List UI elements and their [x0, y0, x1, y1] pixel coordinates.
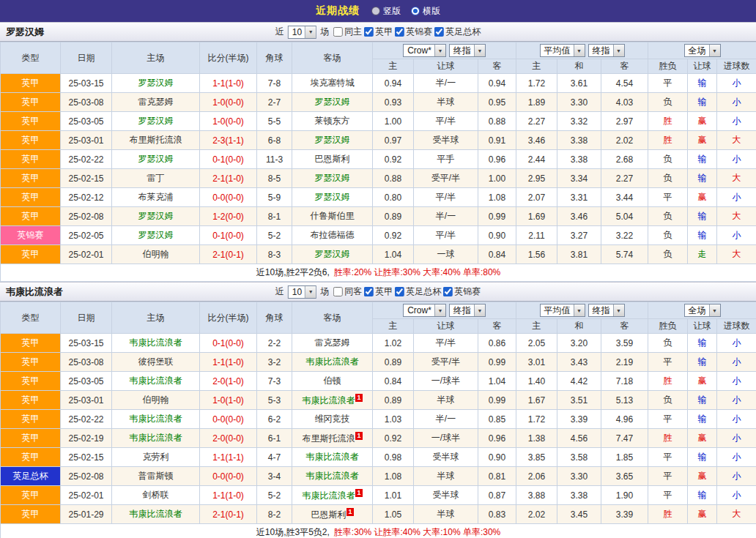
away-team-link[interactable]: 伯顿	[324, 376, 341, 386]
average-odds-select[interactable]: 平均值▼	[540, 44, 585, 57]
radio-label: 竖版	[383, 5, 401, 18]
checkbox-英锦赛[interactable]	[443, 287, 453, 296]
score: 0-1(0-0)	[200, 150, 257, 169]
home-team-link[interactable]: 罗瑟汉姆	[138, 116, 174, 126]
games-count-select[interactable]: 10▼	[288, 26, 316, 39]
radio-label: 横版	[423, 5, 440, 18]
eu-away-odds: 3.59	[601, 334, 648, 353]
home-team-cell: 普雷斯顿	[112, 467, 200, 486]
scope-select[interactable]: 全场▼	[684, 44, 721, 57]
away-team-link[interactable]: 韦康比流浪者	[306, 452, 359, 462]
handicap-result: 赢	[688, 372, 717, 391]
radio-vertical-layout[interactable]: 竖版	[371, 5, 401, 18]
eu-away-odds: 5.04	[601, 207, 648, 226]
home-team-link[interactable]: 韦康比流浪者	[130, 433, 182, 443]
away-team-link[interactable]: 布拉德福德	[311, 230, 355, 240]
radio-icon	[411, 7, 420, 15]
match-date: 25-02-15	[61, 169, 112, 188]
home-team-link[interactable]: 伯明翰	[143, 249, 169, 259]
radio-horizontal-layout[interactable]: 横版	[411, 5, 440, 18]
match-date: 25-03-08	[61, 93, 112, 112]
score: 1-0(0-0)	[200, 112, 257, 131]
goals-over-under: 小	[717, 429, 756, 448]
away-team-link[interactable]: 韦康比流浪者	[302, 395, 355, 406]
home-team-link[interactable]: 罗瑟汉姆	[138, 78, 174, 88]
checkbox-英足总杯[interactable]	[434, 27, 444, 37]
checkbox-英甲[interactable]	[364, 27, 374, 37]
away-team-link[interactable]: 维冈竞技	[315, 414, 350, 424]
away-team-link[interactable]: 巴恩斯利	[315, 154, 350, 164]
ah-odds-header: Crow*▼终指▼	[373, 42, 516, 59]
home-team-cell: 韦康比流浪者	[112, 372, 200, 391]
away-team-link[interactable]: 埃克塞特城	[311, 78, 355, 88]
ah-away-odds: 0.96	[478, 150, 516, 169]
home-team-link[interactable]: 雷克瑟姆	[138, 97, 174, 107]
ah-odds-type-select[interactable]: 终指▼	[449, 44, 486, 57]
league-badge: 英甲	[1, 448, 61, 467]
league-badge: 英甲	[1, 245, 61, 264]
ah-home-odds: 1.04	[373, 245, 414, 264]
home-team-link[interactable]: 布莱克浦	[138, 192, 174, 202]
match-result: 负	[648, 226, 688, 245]
home-team-link[interactable]: 罗瑟汉姆	[138, 154, 174, 164]
score: 2-3(1-1)	[200, 131, 257, 150]
radio-icon	[371, 7, 380, 15]
average-odds-select[interactable]: 平均值▼	[540, 304, 585, 317]
home-team-link[interactable]: 罗瑟汉姆	[138, 211, 174, 221]
home-team-link[interactable]: 罗瑟汉姆	[138, 230, 174, 240]
eu-odds-type-select[interactable]: 终指▼	[588, 304, 625, 317]
away-team-link[interactable]: 布里斯托流浪	[302, 433, 355, 444]
home-team-link[interactable]: 普雷斯顿	[138, 471, 174, 481]
away-team-link[interactable]: 韦康比流浪者	[302, 490, 355, 501]
sub-header: 和	[557, 59, 601, 74]
eu-away-odds: 2.97	[601, 112, 648, 131]
games-count-select[interactable]: 10▼	[288, 285, 316, 299]
checkbox-英足总杯[interactable]	[395, 287, 404, 296]
away-team-link[interactable]: 韦康比流浪者	[306, 471, 359, 481]
home-team-link[interactable]: 克劳利	[143, 452, 169, 462]
away-team-link[interactable]: 罗瑟汉姆	[315, 249, 350, 259]
home-team-link[interactable]: 韦康比流浪者	[130, 414, 182, 424]
eu-odds-type-select[interactable]: 终指▼	[588, 44, 625, 57]
away-team-link[interactable]: 罗瑟汉姆	[315, 173, 350, 183]
ah-home-odds: 1.03	[373, 410, 414, 429]
away-team-link[interactable]: 罗瑟汉姆	[315, 97, 350, 107]
away-team-link[interactable]: 罗瑟汉姆	[315, 135, 350, 145]
ah-handicap-line: 受平/半	[414, 353, 478, 372]
away-team-link[interactable]: 雷克瑟姆	[315, 337, 350, 348]
home-team-link[interactable]: 韦康比流浪者	[130, 376, 182, 386]
ah-away-odds: 0.87	[478, 486, 516, 505]
ah-odds-type-select[interactable]: 终指▼	[449, 304, 486, 317]
checkbox-英甲[interactable]	[364, 287, 374, 296]
home-team-cell: 克劳利	[112, 448, 200, 467]
checkbox-英锦赛[interactable]	[395, 27, 404, 37]
league-badge: 英甲	[1, 74, 61, 93]
away-team-link[interactable]: 韦康比流浪者	[306, 356, 359, 367]
away-team-link[interactable]: 什鲁斯伯里	[311, 211, 355, 221]
checkbox-同主[interactable]	[333, 27, 343, 37]
checkbox-同客[interactable]	[333, 287, 343, 296]
bookmaker-select[interactable]: Crow*▼	[403, 44, 446, 57]
bookmaker-select[interactable]: Crow*▼	[403, 304, 446, 317]
home-team-link[interactable]: 韦康比流浪者	[130, 337, 182, 348]
away-team-link[interactable]: 巴恩斯利	[311, 509, 346, 520]
away-team-link[interactable]: 莱顿东方	[315, 116, 350, 126]
away-team-link[interactable]: 罗瑟汉姆	[315, 192, 350, 202]
home-team-link[interactable]: 彼得堡联	[138, 356, 174, 367]
home-team-link[interactable]: 雷丁	[147, 173, 165, 183]
home-team-link[interactable]: 韦康比流浪者	[130, 509, 182, 519]
summary-row: 近10场,胜3平5负2,胜率:30% 让胜率:40% 大率:10% 单率:30%	[1, 524, 756, 538]
home-team-link[interactable]: 剑桥联	[143, 490, 169, 500]
chevron-down-icon: ▼	[305, 26, 316, 38]
filter-checkboxes: 同主英甲英锦赛英足总杯	[331, 26, 481, 39]
sub-header: 胜负	[648, 59, 688, 74]
result-header: 全场▼	[648, 302, 756, 319]
eu-home-odds: 2.02	[516, 505, 557, 524]
corners: 2-7	[257, 93, 292, 112]
home-team-link[interactable]: 布里斯托流浪	[130, 135, 182, 145]
league-badge: 英甲	[1, 486, 61, 505]
match-date: 25-03-15	[61, 74, 112, 93]
scope-select[interactable]: 全场▼	[684, 304, 721, 317]
eu-draw-odds: 3.38	[557, 486, 601, 505]
home-team-link[interactable]: 伯明翰	[143, 395, 169, 405]
